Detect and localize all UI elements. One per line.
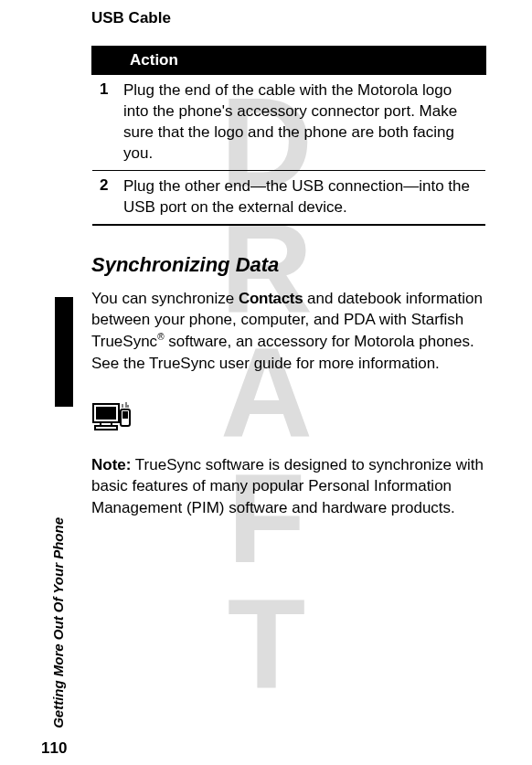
main-content: USB Cable Action 1 Plug the end of the c… <box>0 0 532 537</box>
side-black-tab <box>55 297 73 407</box>
page-number: 110 <box>41 739 67 758</box>
table-row: 2 Plug the other end—the USB connection—… <box>92 170 485 224</box>
computer-sync-icon <box>91 382 144 445</box>
note-label: Note: <box>91 456 131 473</box>
subheading-synchronizing-data: Synchronizing Data <box>91 253 486 277</box>
para-sync-intro: You can synchronize Contacts and dateboo… <box>91 288 486 375</box>
table-row: 1 Plug the end of the cable with the Mot… <box>92 74 485 170</box>
step-text: Plug the end of the cable with the Motor… <box>120 74 485 170</box>
para-note: Note: TrueSync software is designed to s… <box>91 454 486 519</box>
registered-mark: ® <box>157 333 164 343</box>
action-header: Action <box>120 47 485 74</box>
section-title-usb-cable: USB Cable <box>91 9 486 27</box>
para-text: You can synchronize <box>91 290 239 307</box>
body-paragraphs: You can synchronize Contacts and dateboo… <box>91 288 486 519</box>
svg-rect-5 <box>122 411 128 419</box>
step-number: 2 <box>92 170 120 224</box>
step-text: Plug the other end—the USB connection—in… <box>120 170 485 224</box>
contacts-bold-word: Contacts <box>239 290 303 307</box>
svg-rect-1 <box>96 407 116 420</box>
svg-rect-3 <box>95 426 117 430</box>
side-section-label: Getting More Out Of Your Phone <box>50 517 66 728</box>
note-text: TrueSync software is designed to synchro… <box>91 456 484 517</box>
action-table: Action 1 Plug the end of the cable with … <box>91 46 486 226</box>
step-number: 1 <box>92 74 120 170</box>
action-header-spacer <box>92 47 120 74</box>
icon-paragraph-block <box>91 382 486 445</box>
